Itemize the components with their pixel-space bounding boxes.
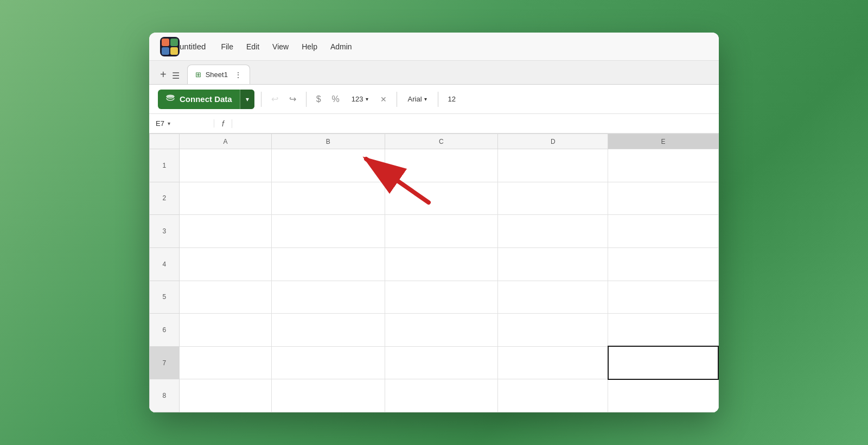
svg-rect-1 <box>162 39 169 46</box>
cell-a7[interactable] <box>179 346 271 379</box>
col-header-e[interactable]: E <box>608 134 718 149</box>
cell-c5[interactable] <box>385 281 498 314</box>
cell-d8[interactable] <box>498 379 608 412</box>
sheet1-tab[interactable]: ⊞ Sheet1 ⋮ <box>187 65 250 84</box>
percent-icon: % <box>332 94 340 104</box>
cell-b8[interactable] <box>272 379 385 412</box>
col-header-d[interactable]: D <box>498 134 608 149</box>
cell-e8[interactable] <box>608 379 718 412</box>
row-number-8: 8 <box>150 379 180 412</box>
cell-d3[interactable] <box>498 215 608 248</box>
cell-a5[interactable] <box>179 281 271 314</box>
cell-e2[interactable] <box>608 182 718 215</box>
row-number-4: 4 <box>150 247 180 281</box>
cell-e5[interactable] <box>608 281 718 314</box>
table-row: 2 <box>150 182 719 215</box>
formula-function-icon: f <box>214 119 232 128</box>
cell-d2[interactable] <box>498 182 608 215</box>
number-format-chevron: ▾ <box>366 96 368 102</box>
cell-c4[interactable] <box>385 247 498 281</box>
cell-d7[interactable] <box>498 346 608 379</box>
currency-button[interactable]: $ <box>313 92 324 106</box>
sheet-options-button[interactable]: ⋮ <box>234 71 242 79</box>
cell-d5[interactable] <box>498 281 608 314</box>
cell-e1[interactable] <box>608 149 718 182</box>
menu-view[interactable]: View <box>272 42 289 51</box>
cell-reference[interactable]: E7 ▾ <box>149 119 214 128</box>
sheet1-tab-label: Sheet1 <box>206 71 228 79</box>
cell-e6[interactable] <box>608 314 718 347</box>
cell-a3[interactable] <box>179 215 271 248</box>
col-header-c[interactable]: C <box>385 134 498 149</box>
cell-a6[interactable] <box>179 314 271 347</box>
sheet-icon: ⊞ <box>195 71 201 79</box>
cell-c8[interactable] <box>385 379 498 412</box>
app-logo <box>160 37 180 56</box>
font-size-display: 12 <box>445 93 459 105</box>
row-number-1: 1 <box>150 149 180 182</box>
number-format-button[interactable]: 123 ▾ <box>347 93 373 105</box>
cell-a8[interactable] <box>179 379 271 412</box>
percent-button[interactable]: % <box>329 92 343 106</box>
cell-d4[interactable] <box>498 247 608 281</box>
sheets-menu-button[interactable]: ☰ <box>172 71 180 81</box>
font-family-label: Arial <box>408 95 422 103</box>
spreadsheet: A B C D E 1 <box>149 134 719 412</box>
cell-e4[interactable] <box>608 247 718 281</box>
cell-b5[interactable] <box>272 281 385 314</box>
cell-c6[interactable] <box>385 314 498 347</box>
cell-c3[interactable] <box>385 215 498 248</box>
number-format-label: 123 <box>352 95 363 103</box>
cell-b2[interactable] <box>272 182 385 215</box>
menu-admin[interactable]: Admin <box>330 42 352 51</box>
redo-button[interactable]: ↪ <box>286 92 299 106</box>
add-sheet-button[interactable]: + <box>160 68 167 81</box>
col-header-a[interactable]: A <box>179 134 271 149</box>
cell-c2[interactable] <box>385 182 498 215</box>
cell-c7[interactable] <box>385 346 498 379</box>
table-row: 6 <box>150 314 719 347</box>
row-number-5: 5 <box>150 281 180 314</box>
font-family-chevron: ▾ <box>424 96 427 102</box>
font-family-button[interactable]: Arial ▾ <box>404 93 431 105</box>
undo-icon: ↩ <box>271 94 278 104</box>
toolbar: Connect Data ▾ ↩ ↪ $ % 123 <box>149 85 719 114</box>
menu-help[interactable]: Help <box>302 42 317 51</box>
cell-e3[interactable] <box>608 215 718 248</box>
cell-b6[interactable] <box>272 314 385 347</box>
table-row: 4 <box>150 247 719 281</box>
connect-data-main: Connect Data <box>158 90 240 109</box>
cell-d6[interactable] <box>498 314 608 347</box>
menu-file[interactable]: File <box>221 42 233 51</box>
function-label: f <box>222 119 224 128</box>
cell-c1[interactable] <box>385 149 498 182</box>
connect-data-icon <box>165 93 175 105</box>
cell-b1[interactable] <box>272 149 385 182</box>
cell-a2[interactable] <box>179 182 271 215</box>
menu-edit[interactable]: Edit <box>246 42 259 51</box>
clear-format-icon: ✕ <box>380 95 387 104</box>
spreadsheet-container: A B C D E 1 <box>149 134 719 412</box>
cell-d1[interactable] <box>498 149 608 182</box>
connect-data-label: Connect Data <box>180 94 232 104</box>
corner-cell <box>150 134 180 149</box>
connect-data-button[interactable]: Connect Data ▾ <box>158 90 254 109</box>
row-number-7: 7 <box>150 346 180 379</box>
connect-data-dropdown-button[interactable]: ▾ <box>240 90 254 109</box>
chevron-down-icon: ▾ <box>246 96 249 103</box>
row-number-3: 3 <box>150 215 180 248</box>
toolbar-separator-2 <box>306 92 307 107</box>
cell-b4[interactable] <box>272 247 385 281</box>
formula-bar: E7 ▾ f <box>149 114 719 134</box>
cell-a4[interactable] <box>179 247 271 281</box>
clear-format-button[interactable]: ✕ <box>377 93 390 106</box>
col-header-b[interactable]: B <box>272 134 385 149</box>
menu-bar: File Edit View Help Admin <box>221 42 352 51</box>
cell-e7[interactable] <box>608 346 718 379</box>
app-window: untitled File Edit View Help Admin + ☰ ⊞… <box>149 33 719 412</box>
cell-b3[interactable] <box>272 215 385 248</box>
toolbar-separator-3 <box>397 92 397 107</box>
cell-b7[interactable] <box>272 346 385 379</box>
undo-button[interactable]: ↩ <box>268 92 282 106</box>
cell-a1[interactable] <box>179 149 271 182</box>
